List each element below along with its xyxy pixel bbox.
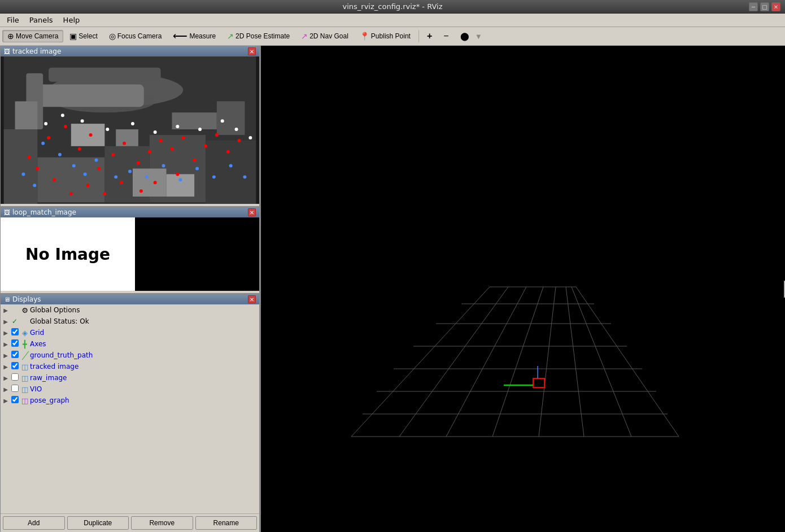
menu-help[interactable]: Help xyxy=(59,15,85,25)
svg-point-46 xyxy=(41,142,45,145)
displays-close-button[interactable]: ✕ xyxy=(248,295,256,303)
svg-point-36 xyxy=(27,156,30,159)
svg-point-45 xyxy=(176,172,179,176)
move-camera-button[interactable]: ⊕ Move Camera xyxy=(2,30,63,42)
svg-rect-17 xyxy=(133,168,167,197)
tracked-image-label: tracked image xyxy=(30,363,258,370)
vio-label: VIO xyxy=(30,385,258,393)
pose-estimate-icon: ↗ xyxy=(227,32,234,41)
no-image-text: No Image xyxy=(25,245,110,264)
3d-view[interactable]: ◀ xyxy=(261,46,785,532)
svg-rect-8 xyxy=(32,85,143,107)
display-item-global-options[interactable]: ▶ ⚙ Global Options xyxy=(1,304,259,316)
svg-rect-18 xyxy=(167,174,195,197)
focus-camera-button[interactable]: ◎ Focus Camera xyxy=(104,30,167,42)
2d-pose-estimate-button[interactable]: ↗ 2D Pose Estimate xyxy=(222,30,295,42)
publish-point-button[interactable]: 📍 Publish Point xyxy=(355,30,416,42)
remove-button[interactable]: Remove xyxy=(131,516,193,530)
check-pose-graph[interactable] xyxy=(10,396,20,405)
check-raw-image[interactable] xyxy=(10,373,20,382)
rename-button[interactable]: Rename xyxy=(195,516,258,530)
svg-point-53 xyxy=(145,175,149,178)
display-item-tracked-image[interactable]: ▶ ◫ tracked image xyxy=(1,361,259,372)
expand-icon-raw-image: ▶ xyxy=(2,375,10,381)
remove-display-button[interactable]: − xyxy=(438,29,453,43)
display-item-vio[interactable]: ▶ ◫ VIO xyxy=(1,383,259,395)
expand-icon-global-status: ▶ xyxy=(2,319,10,325)
svg-rect-16 xyxy=(116,129,138,146)
display-item-raw-image[interactable]: ▶ ◫ raw_image xyxy=(1,372,259,383)
svg-point-71 xyxy=(61,114,64,117)
measure-label: Measure xyxy=(189,32,216,40)
select-button[interactable]: ▣ Select xyxy=(64,30,102,42)
expand-icon-tracked-image: ▶ xyxy=(2,364,10,370)
svg-point-66 xyxy=(198,128,202,131)
check-ground-truth[interactable] xyxy=(10,351,20,360)
svg-point-41 xyxy=(103,192,106,195)
measure-button[interactable]: ⟵ Measure xyxy=(168,28,221,44)
vio-checkbox[interactable] xyxy=(11,385,19,392)
display-item-grid[interactable]: ▶ ◈ Grid xyxy=(1,327,259,338)
svg-point-21 xyxy=(78,147,81,151)
svg-point-70 xyxy=(44,122,47,125)
tracked-image-checkbox[interactable] xyxy=(11,362,19,369)
tracked-image-window: 🖼 tracked image ✕ xyxy=(0,46,260,207)
close-button[interactable]: ✕ xyxy=(771,2,780,11)
dropdown-arrow: ▼ xyxy=(477,33,481,40)
check-axes[interactable] xyxy=(10,339,20,348)
svg-point-26 xyxy=(137,162,140,165)
nav-goal-icon: ↗ xyxy=(301,32,308,41)
display-item-axes[interactable]: ▶ ╋ Axes xyxy=(1,338,259,350)
axes-checkbox[interactable] xyxy=(11,339,19,347)
svg-point-22 xyxy=(89,133,93,137)
gear-icon: ⚙ xyxy=(20,306,30,315)
settings-button[interactable]: ⬤ xyxy=(455,30,474,42)
tracked-image-window-title: tracked image xyxy=(12,47,61,55)
svg-point-48 xyxy=(72,164,76,168)
check-tracked-image[interactable] xyxy=(10,362,20,371)
svg-point-51 xyxy=(114,175,117,178)
loop-match-window: 🖼 loop_match_image ✕ No Image xyxy=(0,207,260,294)
ground-truth-label: ground_truth_path xyxy=(30,351,258,359)
display-item-pose-graph[interactable]: ▶ ◫ pose_graph xyxy=(1,395,259,406)
svg-point-63 xyxy=(131,122,134,125)
raw-image-checkbox[interactable] xyxy=(11,373,19,381)
grid-checkbox[interactable] xyxy=(11,328,19,335)
display-item-global-status[interactable]: ▶ ✓ Global Status: Ok xyxy=(1,316,259,327)
maximize-button[interactable]: □ xyxy=(760,2,769,11)
ground-truth-checkbox[interactable] xyxy=(11,351,19,358)
svg-point-19 xyxy=(47,136,50,139)
svg-point-56 xyxy=(195,167,199,171)
2d-nav-goal-button[interactable]: ↗ 2D Nav Goal xyxy=(296,30,354,42)
duplicate-button[interactable]: Duplicate xyxy=(67,516,129,530)
menu-file[interactable]: File xyxy=(2,15,24,25)
tracked-image-close-button[interactable]: ✕ xyxy=(248,47,256,55)
image-icon: ◫ xyxy=(20,363,30,371)
svg-point-29 xyxy=(170,147,173,151)
svg-rect-12 xyxy=(217,101,245,135)
svg-rect-14 xyxy=(15,101,38,129)
add-button[interactable]: Add xyxy=(3,516,65,530)
loop-match-title-bar[interactable]: 🖼 loop_match_image ✕ xyxy=(1,207,259,217)
grid-icon: ◈ xyxy=(20,329,30,337)
tracked-image-canvas xyxy=(1,56,259,204)
display-item-ground-truth-path[interactable]: ▶ ╱ ground_truth_path xyxy=(1,350,259,361)
check-grid[interactable] xyxy=(10,328,20,337)
tracked-image-window-icon: 🖼 xyxy=(4,48,10,55)
menu-panels[interactable]: Panels xyxy=(25,15,58,25)
svg-point-33 xyxy=(215,133,219,137)
pose-graph-checkbox[interactable] xyxy=(11,396,19,403)
3d-grid-svg xyxy=(317,211,713,465)
focus-camera-icon: ◎ xyxy=(109,32,116,41)
minimize-button[interactable]: ─ xyxy=(749,2,758,11)
tracked-image-title-bar[interactable]: 🖼 tracked image ✕ xyxy=(1,46,259,56)
displays-window-icon: 🖥 xyxy=(4,296,10,303)
publish-point-icon: 📍 xyxy=(360,32,369,41)
svg-rect-10 xyxy=(49,68,160,82)
add-display-button[interactable]: + xyxy=(422,29,437,43)
displays-title-bar[interactable]: 🖥 Displays ✕ xyxy=(1,294,259,304)
svg-point-62 xyxy=(106,128,109,131)
pose-graph-label: pose_graph xyxy=(30,396,258,404)
loop-match-close-button[interactable]: ✕ xyxy=(248,208,256,216)
check-vio[interactable] xyxy=(10,385,20,394)
